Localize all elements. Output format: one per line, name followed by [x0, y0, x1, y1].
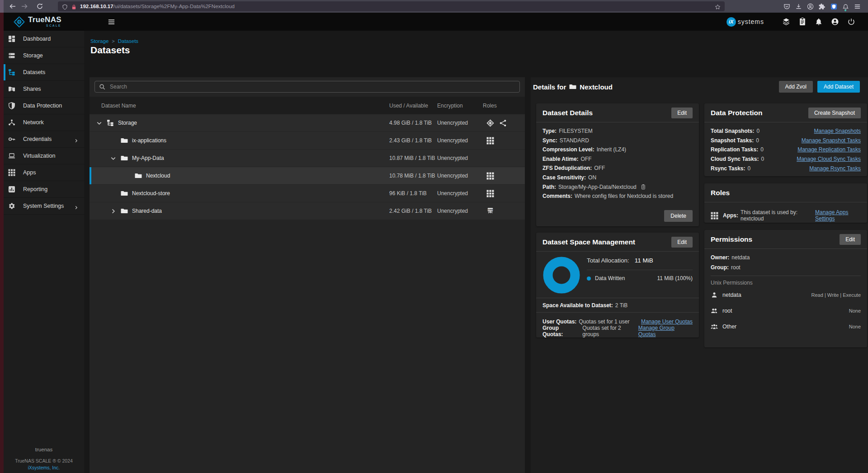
breadcrumb-datasets[interactable]: Datasets: [118, 38, 138, 44]
user-quotas-label: User Quotas:: [542, 318, 576, 325]
add-zvol-button[interactable]: Add Zvol: [779, 81, 813, 93]
permission-entry: netdataRead | Write | Execute: [711, 287, 861, 303]
storage-icon: [8, 52, 15, 59]
company-link[interactable]: iXsystems, Inc.: [4, 465, 84, 470]
used-available-cell: 2.43 GiB / 1.8 TiB: [389, 137, 437, 144]
jobs-clipboard-icon[interactable]: [798, 18, 807, 26]
user-account-icon[interactable]: [831, 18, 839, 26]
folder-icon: [569, 83, 576, 90]
sidebar-item-apps[interactable]: Apps: [4, 164, 84, 181]
roles-cell: [483, 137, 525, 145]
group-value: root: [731, 264, 741, 271]
sidebar-item-dashboard[interactable]: Dashboard: [4, 31, 84, 47]
sidebar-item-label: Virtualization: [23, 153, 55, 159]
alert-bell-icon[interactable]: [842, 3, 849, 10]
breadcrumb-storage[interactable]: Storage: [90, 38, 108, 44]
column-used-available: Used / Available: [389, 103, 437, 109]
sidebar-item-credentials[interactable]: Credentials: [4, 131, 84, 148]
sidebar-item-reporting[interactable]: Reporting: [4, 181, 84, 198]
smb-share-icon[interactable]: SMB: [486, 207, 494, 215]
reporting-icon: [8, 186, 15, 193]
protection-label: Cloud Sync Tasks:: [711, 156, 759, 162]
table-row-nextcloud-store[interactable]: Nextcloud-store96 KiB / 1.8 TiBUnencrypt…: [90, 185, 525, 202]
sidebar-item-data-protection[interactable]: Data Protection: [4, 98, 84, 114]
sidebar-item-virtualization[interactable]: Virtualization: [4, 148, 84, 164]
sidebar-item-datasets[interactable]: Datasets: [4, 64, 84, 81]
copy-path-icon[interactable]: [641, 183, 646, 189]
protection-label: Rsync Tasks:: [711, 165, 745, 172]
total-allocation-value: 11 MiB: [635, 257, 653, 264]
dataset-name-label: Storage: [118, 120, 137, 126]
edit-dataset-details-button[interactable]: Edit: [671, 108, 693, 118]
protection-row: Snapshot Tasks:0Manage Snapshot Tasks: [711, 136, 861, 145]
tracking-shield-icon[interactable]: [62, 4, 68, 9]
apps-grid-icon[interactable]: [486, 137, 494, 145]
detail-field-label: Path:: [542, 184, 556, 190]
table-row-shared-data[interactable]: Shared-data2.42 GiB / 1.8 TiBUnencrypted…: [90, 202, 525, 220]
edit-space-button[interactable]: Edit: [671, 237, 693, 248]
table-row-nextcloud[interactable]: Nextcloud10.78 MiB / 1.8 TiBUnencrypted: [90, 167, 525, 184]
share-icon[interactable]: [499, 119, 507, 127]
desktop-edge: [0, 0, 4, 473]
sidenav-toggle-icon[interactable]: [108, 18, 115, 26]
browser-menu-icon[interactable]: [854, 3, 861, 10]
details-title-prefix: Details for: [533, 83, 566, 91]
table-row-ix-applications[interactable]: ix-applications2.43 GiB / 1.8 TiBUnencry…: [90, 132, 525, 149]
used-available-cell: 10.78 MiB / 1.8 TiB: [389, 173, 437, 179]
back-icon[interactable]: [9, 3, 16, 10]
search-input[interactable]: [109, 83, 515, 90]
truenas-mark-icon[interactable]: [486, 119, 494, 127]
protection-count: 0: [760, 146, 764, 153]
manage-cloud-sync-tasks-link[interactable]: Manage Cloud Sync Tasks: [797, 156, 861, 162]
insecure-lock-icon[interactable]: [71, 4, 77, 9]
downloads-icon[interactable]: [795, 3, 802, 10]
roles-title: Roles: [711, 189, 730, 197]
chevron-down-icon[interactable]: [110, 155, 117, 162]
manage-snapshot-tasks-link[interactable]: Manage Snapshot Tasks: [802, 137, 861, 144]
manage-user-quotas-link[interactable]: Manage User Quotas: [641, 318, 693, 325]
sidebar-item-storage[interactable]: Storage: [4, 47, 84, 64]
truecommand-icon[interactable]: [782, 18, 790, 26]
chevron-right-icon[interactable]: [110, 208, 117, 215]
power-icon[interactable]: [847, 18, 855, 26]
sidebar-item-system-settings[interactable]: System Settings: [4, 198, 84, 215]
sidebar-item-shares[interactable]: Shares: [4, 81, 84, 98]
sidebar-item-network[interactable]: Network: [4, 114, 84, 131]
table-row-storage[interactable]: Storage4.98 GiB / 1.8 TiBUnencrypted: [90, 114, 525, 131]
data-written-label: Data Written: [595, 275, 625, 281]
apps-grid-icon[interactable]: [486, 172, 494, 180]
dataset-name-label: Nextcloud-store: [132, 190, 170, 197]
manage-apps-settings-link[interactable]: Manage Apps Settings: [815, 209, 861, 222]
manage-rsync-tasks-link[interactable]: Manage Rsync Tasks: [809, 165, 861, 172]
alerts-bell-icon[interactable]: [815, 18, 823, 26]
create-snapshot-button[interactable]: Create Snapshot: [808, 108, 861, 118]
account-icon[interactable]: [807, 3, 814, 10]
add-dataset-button[interactable]: Add Dataset: [817, 81, 860, 93]
browser-action-icons: [783, 3, 868, 10]
manage-group-quotas-link[interactable]: Manage Group Quotas: [638, 325, 693, 337]
reload-icon[interactable]: [36, 3, 43, 10]
space-management-title: Dataset Space Management: [542, 238, 635, 246]
forward-icon[interactable]: [21, 3, 28, 10]
manage-replication-tasks-link[interactable]: Manage Replication Tasks: [797, 146, 861, 153]
manage-snapshots-link[interactable]: Manage Snapshots: [814, 128, 861, 134]
people-icon: [711, 307, 718, 314]
pocket-icon[interactable]: [783, 3, 790, 10]
chevron-down-icon[interactable]: [96, 120, 103, 126]
search-box[interactable]: [94, 81, 520, 93]
url-bar[interactable]: 192.168.10.17/ui/datasets/Storage%2FMy-A…: [58, 1, 725, 11]
data-protection-title: Data Protection: [711, 109, 763, 117]
roles-apps-label: Apps:: [723, 212, 738, 219]
detail-field-value: FILESYSTEM: [559, 128, 593, 134]
delete-dataset-button[interactable]: Delete: [664, 210, 693, 222]
blocker-shield-icon[interactable]: [830, 3, 837, 10]
folder-icon: [135, 172, 142, 179]
table-row-my-app-data[interactable]: My-App-Data10.87 MiB / 1.8 TiBUnencrypte…: [90, 150, 525, 167]
extensions-puzzle-icon[interactable]: [819, 3, 826, 10]
apps-grid-icon[interactable]: [486, 190, 494, 197]
edit-permissions-button[interactable]: Edit: [840, 234, 861, 245]
bookmark-star-icon[interactable]: [715, 4, 721, 9]
chevron-right-icon: [74, 204, 79, 209]
truenas-logo[interactable]: TrueNAS SCALE: [14, 16, 61, 28]
protection-row: Total Snapshots:0Manage Snapshots: [711, 126, 861, 136]
